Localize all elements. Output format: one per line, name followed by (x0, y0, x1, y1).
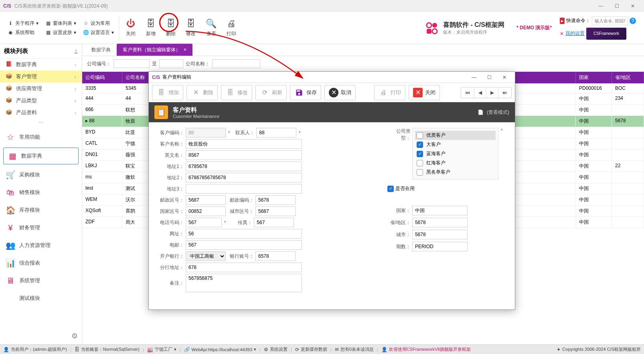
nav-item-2[interactable]: 🛒采购模块 (0, 166, 82, 184)
ccode-input[interactable] (186, 206, 226, 216)
about-link[interactable]: ℹ关于程序 ▾ (7, 20, 38, 27)
nav-item-4[interactable]: 🏠库存模块 (0, 201, 82, 219)
checkbox[interactable]: ✓ (417, 151, 423, 157)
nav-next-button[interactable]: ▶ (486, 87, 498, 98)
tab-close-icon[interactable]: × (184, 47, 186, 53)
maximize-button[interactable]: ☐ (609, 0, 625, 12)
nav-item-8[interactable]: 🖥系统管理 (0, 272, 82, 289)
tab-1[interactable]: 客户资料（独立编辑窗体）× (117, 44, 192, 56)
nav-item-9[interactable]: 测试模块 (0, 289, 82, 307)
type-row-0[interactable]: 优质客户 (415, 131, 496, 140)
fax-input[interactable] (254, 218, 294, 227)
prov-input[interactable] (412, 218, 468, 227)
filter-code-label: 公司编号： (87, 61, 111, 67)
status-cache[interactable]: ⟳更新缓存数据 (295, 346, 327, 352)
contact-input[interactable] (256, 128, 296, 138)
skin-link[interactable]: ▦设置皮肤 ▾ (45, 29, 76, 36)
nav-item-5[interactable]: ¥财务管理 (0, 219, 82, 237)
email-input[interactable] (186, 240, 302, 250)
modal-edit-button[interactable]: 🗄修改 (221, 85, 252, 100)
windows-link[interactable]: ▦窗体列表 ▾ (45, 20, 76, 27)
addr3-input[interactable] (186, 184, 302, 194)
type-row-4[interactable]: 黑名单客户 (415, 168, 496, 177)
tab-0[interactable]: 数据字典 (85, 44, 117, 56)
filter-code-from[interactable] (113, 59, 150, 68)
status-settings[interactable]: ⚙系统设置 (264, 346, 288, 352)
set-default-link[interactable]: ☆设为常用 (83, 20, 114, 27)
delete-button[interactable]: 🗄删除 (161, 17, 181, 39)
status-api[interactable]: 🔗WebApi:https://localhost:44393 ▾ (184, 347, 256, 352)
promo-banner[interactable]: CSFramework (586, 28, 626, 40)
branch-input[interactable] (186, 263, 302, 272)
name-input[interactable] (186, 139, 302, 149)
bank-select[interactable]: 中国工商银 (186, 251, 226, 261)
nav-last-button[interactable]: ⏭ (498, 87, 511, 98)
en-input[interactable] (186, 150, 302, 160)
nav-item-3[interactable]: 🛍销售模块 (0, 184, 82, 201)
quick-cmd-input[interactable] (592, 16, 628, 25)
nav-item-1[interactable]: ▦数据字典 (3, 148, 79, 164)
period-input[interactable] (412, 242, 468, 251)
country-input[interactable] (412, 206, 468, 215)
zip-input[interactable] (255, 195, 296, 205)
remark-input[interactable]: 567856875 (186, 274, 302, 292)
edit-button[interactable]: 🗄修改 (181, 17, 201, 39)
filter-name-input[interactable] (212, 59, 260, 68)
nav-prev-button[interactable]: ◀ (474, 87, 486, 98)
tel-input[interactable] (186, 218, 222, 227)
type-row-2[interactable]: ✓蓝海客户 (415, 149, 496, 158)
addr1-input[interactable] (186, 162, 302, 171)
code-input[interactable] (186, 128, 226, 138)
my-settings-link[interactable]: 我的设置 (565, 30, 585, 37)
nav-item-7[interactable]: 📊综合报表 (0, 254, 82, 272)
sidebar-item-3[interactable]: 📦产品类型› (0, 95, 82, 107)
ziparea-input[interactable] (186, 195, 226, 205)
sidebar-item-2[interactable]: 📦供应商管理› (0, 83, 82, 95)
type-row-3[interactable]: 红海客户 (415, 158, 496, 168)
nav-item-6[interactable]: 👥人力资源管理 (0, 237, 82, 254)
checkbox[interactable] (417, 132, 423, 139)
checkbox[interactable]: ✓ (417, 142, 423, 148)
sidebar-settings-icon[interactable]: ⚙ (0, 328, 82, 344)
print-button[interactable]: 🖨打印 (221, 17, 241, 39)
modal-print-button[interactable]: 🖨打印 (374, 85, 405, 100)
inuse-checkbox[interactable]: ✓ (387, 186, 394, 192)
modal-save-button[interactable]: 保存 (290, 85, 321, 100)
close-window-button[interactable]: ✕ (625, 0, 641, 12)
filter-code-to[interactable] (159, 59, 183, 68)
city-label: 城市： (387, 231, 411, 238)
language-link[interactable]: 🌐设置语言 ▾ (83, 29, 114, 36)
addr2-input[interactable] (186, 173, 302, 182)
status-msg[interactable]: ✉您有0条未读消息 (335, 346, 374, 352)
url-input[interactable] (186, 229, 302, 239)
help-badge-icon[interactable]: ? (630, 18, 636, 24)
modal-add-button[interactable]: 🗄增加 (152, 85, 183, 100)
minimize-button[interactable]: — (593, 0, 609, 12)
citycode-input[interactable] (255, 206, 296, 216)
modal-maximize-button[interactable]: ☐ (482, 73, 496, 82)
modal-delete-button[interactable]: ✕删除 (186, 85, 218, 100)
sidebar-item-4[interactable]: 📦产品资料› (0, 107, 82, 119)
checkbox[interactable] (417, 160, 423, 166)
add-button[interactable]: 🗄新增 (141, 17, 161, 39)
modal-cancel-button[interactable]: ✕取消 (324, 85, 356, 100)
type-row-1[interactable]: ✓大客户 (415, 140, 496, 149)
city-input[interactable] (412, 230, 468, 239)
modal-minimize-button[interactable]: — (467, 73, 481, 82)
pin-icon[interactable]: ⟂ (74, 48, 78, 55)
modal-refresh-button[interactable]: ⟳刷新 (255, 85, 287, 100)
checkbox[interactable] (417, 169, 423, 176)
nav-item-0[interactable]: ☆常用功能 (0, 128, 82, 146)
nav-first-button[interactable]: ⏮ (461, 87, 474, 98)
sidebar-more-icon[interactable]: ⋯ (0, 119, 82, 126)
help-link[interactable]: ◉系统帮助 (7, 29, 38, 36)
status-factory[interactable]: 🏭宁德工厂 ▾ (147, 346, 176, 352)
print-icon: 🖨 (227, 18, 236, 29)
modal-close-tb-button[interactable]: ✕关闭 (409, 85, 440, 100)
sidebar-item-0[interactable]: 📕数据字典› (0, 59, 82, 71)
close-button[interactable]: ⏻关闭 (121, 17, 141, 39)
account-input[interactable] (255, 251, 296, 261)
view-button[interactable]: 🔍查看 (201, 17, 221, 39)
sidebar-item-1[interactable]: 📦客户管理› (0, 71, 82, 83)
modal-close-button[interactable]: ✕ (497, 73, 512, 82)
